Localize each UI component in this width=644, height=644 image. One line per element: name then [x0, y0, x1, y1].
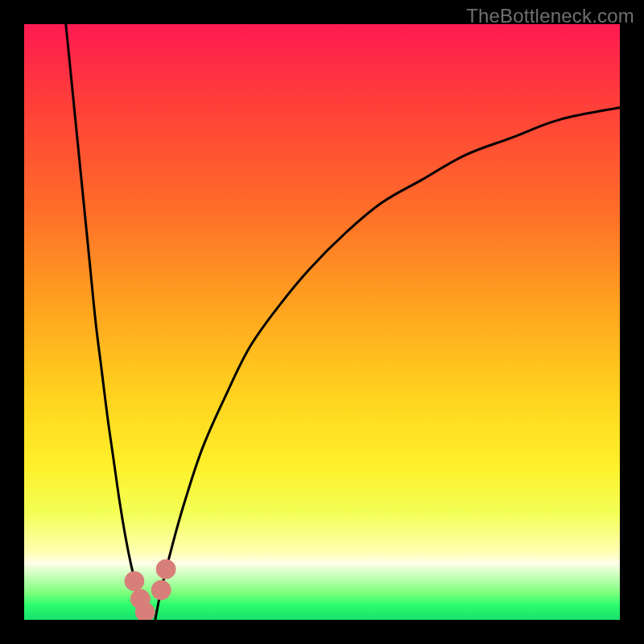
right-branch-curve [155, 108, 620, 620]
chart-frame: TheBottleneck.com [0, 0, 644, 644]
left-branch-curve [66, 24, 150, 620]
data-marker [125, 572, 144, 591]
data-marker [156, 559, 175, 579]
curves-layer [24, 24, 620, 620]
watermark-text: TheBottleneck.com [466, 5, 634, 27]
plot-area [24, 24, 620, 620]
data-marker [151, 580, 171, 600]
data-marker [135, 602, 155, 620]
